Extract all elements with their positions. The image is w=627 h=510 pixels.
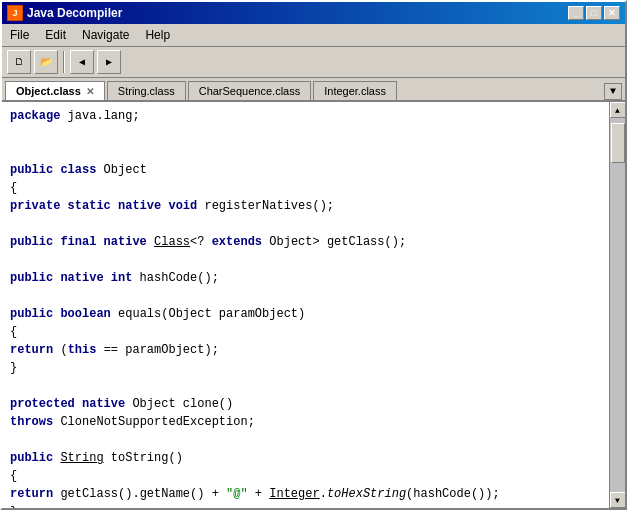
window-title: Java Decompiler	[27, 6, 122, 20]
code-line-19	[10, 431, 601, 449]
code-line-4: public class Object	[10, 161, 601, 179]
title-bar: J Java Decompiler _ □ ✕	[2, 2, 625, 24]
code-line-16	[10, 377, 601, 395]
toolbar-separator	[63, 51, 65, 73]
code-line-11	[10, 287, 601, 305]
menu-edit[interactable]: Edit	[37, 26, 74, 44]
code-line-3	[10, 143, 601, 161]
code-line-1: package java.lang;	[10, 107, 601, 125]
tab-integer-class[interactable]: Integer.class	[313, 81, 397, 100]
scroll-track[interactable]	[610, 118, 625, 492]
code-line-9	[10, 251, 601, 269]
code-line-20: public String toString()	[10, 449, 601, 467]
code-line-6: private static native void registerNativ…	[10, 197, 601, 215]
tab-charsequence-class-label: CharSequence.class	[199, 85, 301, 97]
tab-object-class-close[interactable]: ✕	[86, 86, 94, 97]
code-line-7	[10, 215, 601, 233]
code-line-14: return (this == paramObject);	[10, 341, 601, 359]
code-line-12: public boolean equals(Object paramObject…	[10, 305, 601, 323]
menu-bar: File Edit Navigate Help	[2, 24, 625, 47]
menu-navigate[interactable]: Navigate	[74, 26, 137, 44]
window-controls: _ □ ✕	[568, 6, 620, 20]
maximize-button[interactable]: □	[586, 6, 602, 20]
minimize-button[interactable]: _	[568, 6, 584, 20]
toolbar: 🗋 📂 ◀ ▶	[2, 47, 625, 78]
toolbar-back-button[interactable]: ◀	[70, 50, 94, 74]
code-line-22: return getClass().getName() + "@" + Inte…	[10, 485, 601, 503]
code-line-15: }	[10, 359, 601, 377]
tab-object-class[interactable]: Object.class ✕	[5, 81, 105, 100]
code-line-5: {	[10, 179, 601, 197]
tab-dropdown-button[interactable]: ▼	[604, 83, 622, 100]
code-line-10: public native int hashCode();	[10, 269, 601, 287]
menu-help[interactable]: Help	[137, 26, 178, 44]
toolbar-open-button[interactable]: 📂	[34, 50, 58, 74]
tab-bar: Object.class ✕ String.class CharSequence…	[2, 78, 625, 102]
scroll-up-button[interactable]: ▲	[610, 102, 626, 118]
close-button[interactable]: ✕	[604, 6, 620, 20]
code-line-23: }	[10, 503, 601, 508]
code-container: package java.lang; public class Object {…	[2, 102, 625, 508]
menu-file[interactable]: File	[2, 26, 37, 44]
tab-object-class-label: Object.class	[16, 85, 81, 97]
toolbar-new-button[interactable]: 🗋	[7, 50, 31, 74]
tab-integer-class-label: Integer.class	[324, 85, 386, 97]
app-icon: J	[7, 5, 23, 21]
vertical-scrollbar[interactable]: ▲ ▼	[609, 102, 625, 508]
code-line-17: protected native Object clone()	[10, 395, 601, 413]
scroll-thumb[interactable]	[611, 123, 625, 163]
tab-string-class[interactable]: String.class	[107, 81, 186, 100]
code-line-13: {	[10, 323, 601, 341]
toolbar-forward-button[interactable]: ▶	[97, 50, 121, 74]
code-line-8: public final native Class<? extends Obje…	[10, 233, 601, 251]
code-editor[interactable]: package java.lang; public class Object {…	[2, 102, 609, 508]
title-bar-left: J Java Decompiler	[7, 5, 122, 21]
tab-charsequence-class[interactable]: CharSequence.class	[188, 81, 312, 100]
code-line-18: throws CloneNotSupportedException;	[10, 413, 601, 431]
code-line-2	[10, 125, 601, 143]
scroll-down-button[interactable]: ▼	[610, 492, 626, 508]
main-window: J Java Decompiler _ □ ✕ File Edit Naviga…	[0, 0, 627, 510]
code-line-21: {	[10, 467, 601, 485]
tab-string-class-label: String.class	[118, 85, 175, 97]
